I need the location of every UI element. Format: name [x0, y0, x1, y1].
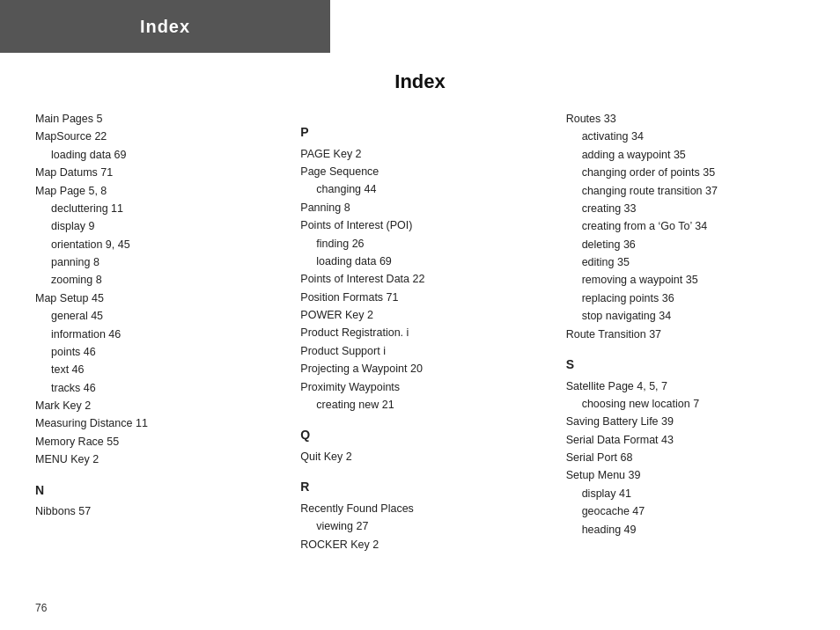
index-entry: Measuring Distance 11	[35, 415, 274, 432]
index-entry: editing 35	[566, 254, 805, 271]
index-entry: decluttering 11	[35, 201, 274, 217]
index-entry: Page Sequence	[300, 164, 539, 180]
index-entry: replacing points 36	[566, 290, 805, 307]
index-entry: Recently Found Places	[300, 501, 539, 517]
index-entry: general 45	[35, 308, 274, 325]
index-entry: Points of Interest (POI)	[300, 217, 539, 234]
index-entry: Route Transition 37	[566, 326, 805, 343]
index-entry: Routes 33	[566, 111, 805, 128]
index-entry: MENU Key 2	[35, 451, 274, 468]
index-entry: choosing new location 7	[566, 396, 805, 413]
index-entry: points 46	[35, 344, 274, 361]
index-entry: Points of Interest Data 22	[300, 271, 539, 288]
header-title: Index	[140, 17, 190, 37]
index-entry: Projecting a Waypoint 20	[300, 361, 539, 377]
section-letter: Q	[300, 426, 539, 445]
column-1: Main Pages 5MapSource 22loading data 69M…	[35, 111, 274, 554]
index-entry: Proximity Waypoints	[300, 379, 539, 396]
index-entry: stop navigating 34	[566, 308, 805, 325]
page-content: Index Main Pages 5MapSource 22loading da…	[0, 53, 840, 572]
column-2: PPAGE Key 2Page Sequencechanging 44Panni…	[300, 111, 539, 554]
index-entry: Map Setup 45	[35, 290, 274, 307]
index-entry: ROCKER Key 2	[300, 537, 539, 553]
index-entry: Serial Data Format 43	[566, 432, 805, 449]
index-entry: Satellite Page 4, 5, 7	[566, 378, 805, 395]
index-entry: PAGE Key 2	[300, 146, 539, 163]
index-entry: creating 33	[566, 201, 805, 217]
index-entry: display 41	[566, 486, 805, 502]
index-entry: geocache 47	[566, 503, 805, 520]
index-entry: Position Formats 71	[300, 289, 539, 306]
section-letter: R	[300, 478, 539, 497]
index-entry: tracks 46	[35, 380, 274, 397]
index-entry: Memory Race 55	[35, 434, 274, 451]
index-entry: MapSource 22	[35, 128, 274, 145]
index-entry: Product Support i	[300, 343, 539, 360]
index-entry: Panning 8	[300, 200, 539, 216]
index-entry: creating new 21	[300, 397, 539, 414]
index-entry: changing route transition 37	[566, 183, 805, 200]
index-entry: Quit Key 2	[300, 449, 539, 465]
index-entry: Mark Key 2	[35, 398, 274, 414]
index-entry: Serial Port 68	[566, 450, 805, 466]
index-entry: Nibbons 57	[35, 503, 274, 520]
index-entry: Setup Menu 39	[566, 467, 805, 484]
index-entry: Saving Battery Life 39	[566, 414, 805, 430]
index-entry: changing 44	[300, 181, 539, 198]
index-entry: heading 49	[566, 522, 805, 538]
index-entry: zooming 8	[35, 272, 274, 289]
index-entry: information 46	[35, 326, 274, 343]
index-entry: removing a waypoint 35	[566, 272, 805, 289]
index-entry: display 9	[35, 218, 274, 235]
index-entry: activating 34	[566, 128, 805, 145]
section-letter: P	[300, 123, 539, 143]
index-entry: orientation 9, 45	[35, 237, 274, 253]
index-entry: panning 8	[35, 254, 274, 271]
columns-wrapper: Main Pages 5MapSource 22loading data 69M…	[35, 111, 805, 554]
index-entry: deleting 36	[566, 237, 805, 253]
index-entry: creating from a ‘Go To’ 34	[566, 218, 805, 235]
page-number: 76	[35, 602, 47, 614]
index-entry: changing order of points 35	[566, 165, 805, 181]
index-entry: text 46	[35, 362, 274, 378]
index-entry: Main Pages 5	[35, 111, 274, 128]
header-bar: Index	[0, 0, 330, 53]
index-entry: loading data 69	[300, 253, 539, 270]
index-entry: Map Page 5, 8	[35, 183, 274, 200]
index-entry: adding a waypoint 35	[566, 147, 805, 164]
index-entry: viewing 27	[300, 518, 539, 535]
section-letter: S	[566, 355, 805, 375]
column-3: Routes 33activating 34adding a waypoint …	[566, 111, 805, 554]
index-entry: loading data 69	[35, 147, 274, 164]
index-entry: POWER Key 2	[300, 307, 539, 324]
index-entry: finding 26	[300, 236, 539, 253]
section-letter: N	[35, 481, 274, 501]
page-main-title: Index	[35, 70, 805, 93]
index-entry: Map Datums 71	[35, 165, 274, 181]
index-entry: Product Registration. i	[300, 325, 539, 341]
